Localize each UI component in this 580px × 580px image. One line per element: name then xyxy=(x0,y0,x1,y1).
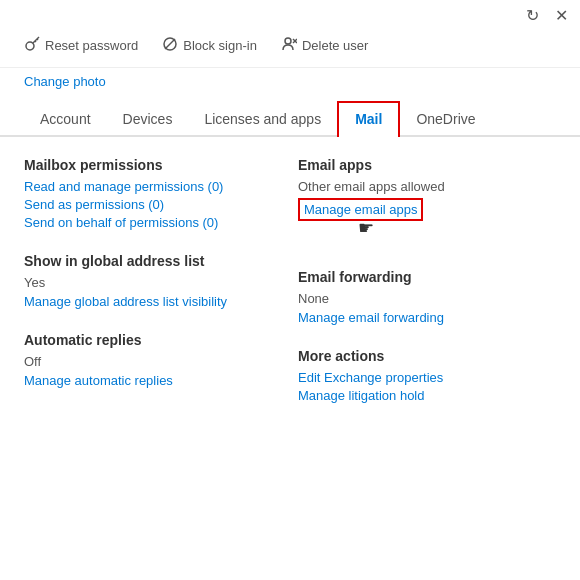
block-signin-label: Block sign-in xyxy=(183,38,257,53)
global-address-section: Show in global address list Yes Manage g… xyxy=(24,253,274,332)
manage-global-link[interactable]: Manage global address list visibility xyxy=(24,294,274,309)
svg-line-5 xyxy=(165,39,175,49)
manage-automatic-link[interactable]: Manage automatic replies xyxy=(24,373,274,388)
block-icon xyxy=(162,36,178,55)
mailbox-permissions-section: Mailbox permissions Read and manage perm… xyxy=(24,157,274,253)
key-icon xyxy=(24,36,40,55)
left-column: Mailbox permissions Read and manage perm… xyxy=(24,157,290,426)
manage-litigation-link[interactable]: Manage litigation hold xyxy=(298,388,556,403)
send-as-link[interactable]: Send as permissions (0) xyxy=(24,197,274,212)
delete-user-action[interactable]: Delete user xyxy=(281,36,368,55)
edit-exchange-link[interactable]: Edit Exchange properties xyxy=(298,370,556,385)
manage-email-apps-link[interactable]: Manage email apps xyxy=(304,202,417,217)
tab-devices[interactable]: Devices xyxy=(107,103,189,135)
automatic-replies-value: Off xyxy=(24,354,274,369)
automatic-replies-title: Automatic replies xyxy=(24,332,274,348)
svg-line-2 xyxy=(37,39,38,40)
read-manage-link[interactable]: Read and manage permissions (0) xyxy=(24,179,274,194)
email-forwarding-title: Email forwarding xyxy=(298,269,556,285)
delete-user-label: Delete user xyxy=(302,38,368,53)
email-apps-title: Email apps xyxy=(298,157,556,173)
delete-user-icon xyxy=(281,36,297,55)
change-photo-link[interactable]: Change photo xyxy=(0,68,580,89)
mailbox-permissions-title: Mailbox permissions xyxy=(24,157,274,173)
global-address-value: Yes xyxy=(24,275,274,290)
svg-point-0 xyxy=(26,42,34,50)
email-apps-value: Other email apps allowed xyxy=(298,179,556,194)
automatic-replies-section: Automatic replies Off Manage automatic r… xyxy=(24,332,274,411)
svg-point-6 xyxy=(285,38,291,44)
tab-account[interactable]: Account xyxy=(24,103,107,135)
tab-licenses-apps[interactable]: Licenses and apps xyxy=(188,103,337,135)
reset-password-action[interactable]: Reset password xyxy=(24,36,138,55)
email-forwarding-value: None xyxy=(298,291,556,306)
cursor-icon: ☛ xyxy=(358,217,374,239)
svg-line-3 xyxy=(35,41,36,42)
manage-forwarding-link[interactable]: Manage email forwarding xyxy=(298,310,556,325)
toolbar: Reset password Block sign-in Delete user xyxy=(0,28,580,68)
more-actions-title: More actions xyxy=(298,348,556,364)
svg-line-1 xyxy=(33,37,39,43)
close-button[interactable]: ✕ xyxy=(555,8,568,24)
reset-password-label: Reset password xyxy=(45,38,138,53)
more-actions-section: More actions Edit Exchange properties Ma… xyxy=(298,348,556,426)
tab-mail[interactable]: Mail xyxy=(337,101,400,137)
tab-onedrive[interactable]: OneDrive xyxy=(400,103,491,135)
tab-bar: Account Devices Licenses and apps Mail O… xyxy=(0,91,580,137)
right-column: Email apps Other email apps allowed Mana… xyxy=(290,157,556,426)
content-area: Mailbox permissions Read and manage perm… xyxy=(0,137,580,446)
title-bar: ↻ ✕ xyxy=(0,0,580,28)
email-forwarding-section: Email forwarding None Manage email forwa… xyxy=(298,269,556,348)
email-apps-section: Email apps Other email apps allowed Mana… xyxy=(298,157,556,241)
global-address-title: Show in global address list xyxy=(24,253,274,269)
block-signin-action[interactable]: Block sign-in xyxy=(162,36,257,55)
refresh-button[interactable]: ↻ xyxy=(526,8,539,24)
manage-email-apps-container: Manage email apps ☛ xyxy=(298,198,423,221)
send-behalf-link[interactable]: Send on behalf of permissions (0) xyxy=(24,215,274,230)
